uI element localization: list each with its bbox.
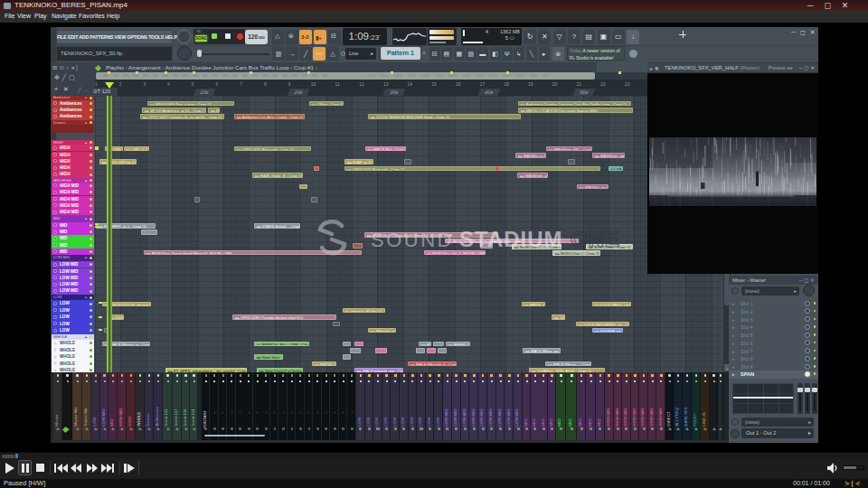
svg-text:STADIUM: STADIUM (459, 227, 563, 251)
svg-text:ONE: ONE (571, 227, 620, 251)
svg-text:SOUND: SOUND (371, 229, 454, 251)
